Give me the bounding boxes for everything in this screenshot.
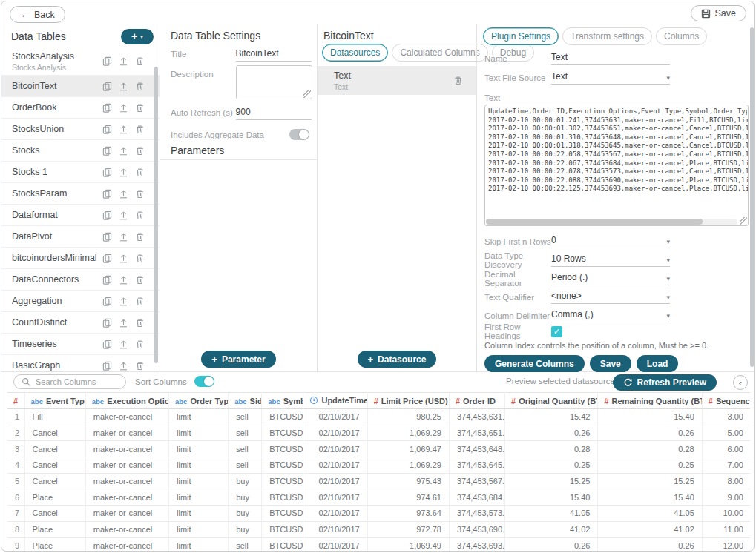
delete-icon[interactable] — [135, 103, 145, 113]
upload-icon[interactable] — [119, 318, 128, 328]
resize-grip-icon[interactable] — [740, 217, 747, 225]
sidebar-item-bitcointext[interactable]: BitcoinText — [1, 76, 160, 97]
delete-icon[interactable] — [135, 125, 145, 134]
datasource-item-text[interactable]: TextText — [318, 66, 476, 95]
title-input[interactable]: BitcoinText — [236, 48, 312, 62]
sidebar-item-orderbook[interactable]: OrderBook — [1, 97, 160, 119]
text-file-source-select[interactable]: Text ▾ — [551, 71, 670, 85]
select-skip-first-n-rows[interactable]: 0▾ — [551, 235, 670, 248]
upload-icon[interactable] — [119, 275, 128, 285]
copy-icon[interactable] — [102, 82, 112, 91]
sidebar-item-timeseries[interactable]: Timeseries — [1, 334, 160, 355]
column-header-symbol[interactable]: abcSymbol — [262, 393, 303, 409]
delete-icon[interactable] — [135, 168, 145, 177]
sidebar-item-stocks-1[interactable]: Stocks 1 — [1, 162, 160, 183]
copy-icon[interactable] — [102, 211, 112, 220]
upload-icon[interactable] — [119, 168, 128, 177]
delete-icon[interactable] — [135, 254, 145, 263]
select-data-type-discovery[interactable]: 10 Rows▾ — [551, 254, 670, 267]
upload-icon[interactable] — [119, 340, 128, 349]
upload-icon[interactable] — [119, 189, 128, 199]
sidebar-item-dataformat[interactable]: Dataformat — [1, 205, 160, 226]
copy-icon[interactable] — [102, 125, 112, 134]
copy-icon[interactable] — [102, 103, 112, 113]
column-header-order-type[interactable]: abcOrder Type — [169, 393, 229, 409]
delete-icon[interactable] — [135, 146, 145, 156]
upload-icon[interactable] — [119, 254, 128, 263]
column-header-sequenceid[interactable]: #SequenceID — [702, 393, 750, 409]
sidebar-item-stocksanalysis[interactable]: StocksAnalysisStocks Analysis — [1, 47, 160, 76]
back-button[interactable]: ← Back — [10, 6, 65, 23]
copy-icon[interactable] — [102, 361, 112, 371]
column-header-execution-options[interactable]: abcExecution Options — [85, 393, 168, 409]
search-columns-input[interactable]: Search Columns — [13, 374, 126, 389]
delete-icon[interactable] — [135, 56, 145, 66]
name-input[interactable]: Text — [551, 52, 670, 65]
tab-datasources[interactable]: Datasources — [322, 44, 388, 62]
delete-icon[interactable] — [453, 76, 463, 85]
add-data-table-button[interactable]: + ▾ — [121, 29, 154, 44]
column-header-rownum[interactable]: # — [7, 393, 24, 409]
load-button[interactable]: Load — [637, 355, 679, 372]
copy-icon[interactable] — [102, 146, 112, 156]
column-header-event-type[interactable]: abcEvent Type — [24, 393, 85, 409]
delete-icon[interactable] — [135, 275, 145, 285]
delete-icon[interactable] — [135, 232, 145, 242]
sidebar-item-bitcoinordersminimal[interactable]: bitcoinordersMinimal — [1, 248, 160, 269]
upload-icon[interactable] — [119, 82, 128, 91]
delete-icon[interactable] — [135, 318, 145, 328]
sidebar-item-stocks[interactable]: Stocks — [1, 140, 160, 162]
text-content-textarea[interactable]: UpdateTime,Order ID,Execution Options,Ev… — [484, 105, 749, 226]
upload-icon[interactable] — [119, 125, 128, 134]
aggregate-data-toggle[interactable] — [289, 129, 309, 140]
delete-icon[interactable] — [135, 297, 145, 306]
add-datasource-button[interactable]: + Datasource — [358, 351, 437, 368]
column-header-order-id[interactable]: #Order ID — [449, 393, 504, 409]
copy-icon[interactable] — [102, 189, 112, 199]
select-text-qualifier[interactable]: <none>▾ — [551, 291, 670, 304]
add-parameter-button[interactable]: + Parameter — [201, 351, 275, 368]
refresh-preview-button[interactable]: Refresh Preview — [613, 374, 717, 391]
copy-icon[interactable] — [102, 275, 112, 285]
column-header-remaining-quantity-btc[interactable]: #Remaining Quantity (BTC) — [598, 393, 702, 409]
collapse-panel-button[interactable]: ‹ — [733, 375, 748, 390]
column-header-limit-price-usd[interactable]: #Limit Price (USD) — [367, 393, 449, 409]
copy-icon[interactable] — [102, 232, 112, 242]
sidebar-scrollbar[interactable] — [154, 67, 158, 363]
sidebar-item-aggregation[interactable]: Aggregation — [1, 291, 160, 312]
upload-icon[interactable] — [119, 56, 128, 66]
delete-icon[interactable] — [135, 361, 145, 371]
upload-icon[interactable] — [119, 232, 128, 242]
select-column-delimiter[interactable]: Comma (,)▾ — [551, 309, 670, 322]
copy-icon[interactable] — [102, 297, 112, 306]
sidebar-item-dataconnectors[interactable]: DataConnectors — [1, 269, 160, 291]
first-row-headings-checkbox[interactable]: ✓ — [551, 326, 562, 337]
resize-grip-icon[interactable] — [303, 90, 311, 98]
copy-icon[interactable] — [102, 168, 112, 177]
delete-icon[interactable] — [135, 82, 145, 91]
delete-icon[interactable] — [135, 340, 145, 349]
copy-icon[interactable] — [102, 56, 112, 66]
delete-icon[interactable] — [135, 211, 145, 220]
auto-refresh-input[interactable]: 900 — [236, 107, 312, 120]
copy-icon[interactable] — [102, 318, 112, 328]
select-decimal-separator[interactable]: Period (.)▾ — [551, 272, 670, 285]
column-header-original-quantity-btc[interactable]: #Original Quantity (BTC) — [505, 393, 598, 409]
save-button[interactable]: Save — [590, 355, 631, 372]
column-header-updatetime[interactable]: UpdateTime — [303, 393, 367, 409]
description-textarea[interactable] — [236, 65, 312, 99]
upload-icon[interactable] — [119, 146, 128, 156]
sidebar-item-datapivot[interactable]: DataPivot — [1, 226, 160, 248]
textarea-hscrollbar[interactable] — [486, 219, 737, 225]
sidebar-item-countdistinct[interactable]: CountDistinct — [1, 312, 160, 334]
upload-icon[interactable] — [119, 103, 128, 113]
upload-icon[interactable] — [119, 361, 128, 371]
upload-icon[interactable] — [119, 211, 128, 220]
scrollbar-thumb[interactable] — [486, 219, 703, 225]
save-workbook-button[interactable]: Save — [691, 5, 747, 21]
sort-columns-toggle[interactable] — [194, 376, 214, 387]
sidebar-item-stocksunion[interactable]: StocksUnion — [1, 119, 160, 140]
delete-icon[interactable] — [135, 189, 145, 199]
sidebar-item-stocksparam[interactable]: StocksParam — [1, 183, 160, 205]
sidebar-item-basicgraph[interactable]: BasicGraph — [1, 355, 160, 371]
